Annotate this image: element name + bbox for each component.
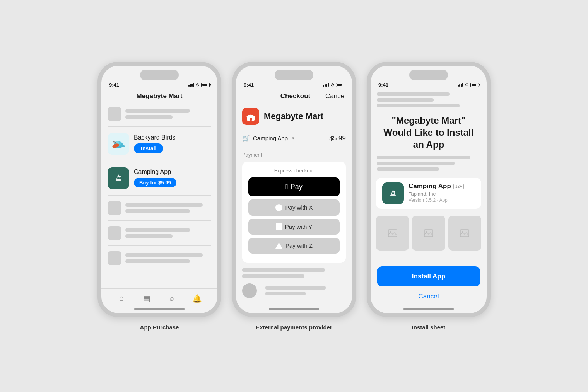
install-title: "Megabyte Mart" Would Like to Install an… (371, 109, 487, 155)
phone-inner-1: 9:41 ⊙ (101, 66, 217, 313)
product-price: $5.99 (329, 135, 346, 142)
express-label: Express checkout (248, 168, 340, 174)
placeholder-row-1 (101, 104, 217, 124)
home-indicator-3 (403, 308, 454, 310)
phone-label-2: External payments provider (256, 324, 332, 331)
cancel-install-button[interactable]: Cancel (377, 291, 480, 302)
screenshot-2 (412, 216, 445, 251)
status-time-2: 9:41 (244, 82, 254, 88)
phone-inner-2: 9:41 ⊙ (236, 66, 352, 313)
checkout-placeholders (236, 263, 352, 303)
svg-line-5 (113, 142, 116, 142)
status-bar-3: 9:41 ⊙ (371, 80, 487, 89)
wifi-icon-2: ⊙ (330, 82, 334, 87)
phone-inner-3: 9:41 ⊙ (371, 66, 487, 313)
age-badge: 12+ (453, 184, 464, 189)
merchant-name: Megabyte Mart (264, 111, 323, 121)
install-app-button[interactable]: Install App (377, 266, 480, 286)
battery-icon-3 (470, 83, 479, 87)
chevron-icon: ▾ (292, 136, 294, 141)
backyard-birds-info: Backyard Birds Install (134, 134, 211, 153)
tab-notifications[interactable]: 🔔 (190, 293, 205, 304)
signal-icon-2 (323, 83, 329, 87)
app-purchase-content: Megabyte Mart (101, 89, 217, 313)
pay-with-y-button[interactable]: Pay with Y (248, 219, 340, 235)
svg-point-16 (394, 191, 395, 193)
phone-app-purchase: 9:41 ⊙ (97, 62, 221, 331)
cart-icon: 🛒 (242, 135, 250, 142)
dynamic-island-2 (275, 70, 313, 80)
triangle-icon (275, 242, 282, 249)
app-row-backyard-birds: Backyard Birds Install (101, 129, 217, 159)
screenshots-row (371, 213, 487, 254)
checkout-cancel-btn[interactable]: Cancel (325, 92, 346, 100)
svg-rect-12 (250, 118, 252, 121)
circle-icon (275, 204, 282, 211)
battery-icon-2 (336, 83, 344, 87)
pay-z-label: Pay with Z (285, 242, 313, 249)
install-app-info: Camping App 12+ Tapland, Inc Version 3.5… (409, 182, 475, 203)
camping-app-name: Camping App (134, 169, 211, 176)
wifi-icon-3: ⊙ (465, 82, 469, 87)
camping-app-info: Camping App Buy for $5.99 (134, 169, 211, 187)
status-icons-1: ⊙ (188, 82, 210, 87)
tab-bar-1: ⌂ ▤ ⌕ 🔔 (101, 288, 217, 307)
status-icons-2: ⊙ (323, 82, 344, 87)
dynamic-island-3 (409, 70, 448, 80)
signal-icon-3 (458, 83, 463, 87)
apple-pay-button[interactable]:  Pay (248, 177, 340, 196)
phone-label-1: App Purchase (140, 324, 179, 331)
tab-library[interactable]: ▤ (139, 293, 155, 304)
merchant-icon (242, 108, 259, 125)
status-bar-2: 9:41 ⊙ (236, 80, 352, 89)
payment-label: Payment (242, 152, 346, 158)
svg-point-22 (462, 231, 463, 233)
battery-icon-1 (201, 83, 210, 87)
status-bar-1: 9:41 ⊙ (101, 80, 217, 89)
product-name: Camping App (253, 135, 288, 141)
phone-frame-1: 9:41 ⊙ (97, 62, 221, 317)
merchant-row: Megabyte Mart (236, 104, 352, 130)
pay-with-x-button[interactable]: Pay with X (248, 199, 340, 216)
checkout-content: Checkout Cancel Meg (236, 89, 352, 313)
placeholder-icon-1 (108, 107, 121, 121)
pay-with-z-button[interactable]: Pay with Z (248, 238, 340, 254)
camping-icon-phone3 (382, 182, 404, 204)
checkout-title: Checkout (280, 92, 310, 100)
phone-frame-2: 9:41 ⊙ (232, 62, 356, 317)
camping-icon-phone1 (108, 167, 129, 189)
hummingbird-icon (108, 133, 129, 155)
product-row: 🛒 Camping App ▾ $5.99 (236, 130, 352, 147)
placeholder-row-4 (101, 248, 217, 268)
phone-checkout: 9:41 ⊙ (232, 62, 356, 331)
home-indicator-1 (134, 308, 185, 310)
phone-frame-3: 9:41 ⊙ (367, 62, 491, 317)
install-bottom: Install App Cancel (371, 262, 487, 307)
app-row-camping: Camping App Buy for $5.99 (101, 164, 217, 193)
placeholder-row-2 (101, 198, 217, 218)
dynamic-island-1 (140, 70, 179, 80)
svg-point-15 (392, 192, 394, 194)
tab-home[interactable]: ⌂ (114, 293, 130, 304)
svg-point-9 (119, 176, 121, 177)
phones-container: 9:41 ⊙ (97, 62, 491, 331)
svg-point-20 (426, 231, 427, 233)
tab-search[interactable]: ⌕ (164, 293, 180, 304)
square-icon (276, 223, 282, 230)
wifi-icon-1: ⊙ (196, 82, 200, 87)
install-ph-mid (371, 154, 487, 174)
phone-label-3: Install sheet (412, 324, 446, 331)
install-button-backyard-birds[interactable]: Install (134, 143, 163, 153)
svg-point-18 (390, 231, 391, 233)
backyard-birds-name: Backyard Birds (134, 134, 211, 141)
placeholder-row-3 (101, 223, 217, 243)
home-indicator-2 (269, 308, 319, 310)
checkout-nav: Checkout Cancel (236, 89, 352, 104)
install-app-version: Version 3.5.2 · App (409, 198, 475, 203)
payment-section: Payment Express checkout  Pay Pay with … (236, 147, 352, 263)
apple-logo-icon:  (285, 183, 288, 191)
pay-y-label: Pay with Y (285, 223, 313, 230)
product-left: 🛒 Camping App ▾ (242, 135, 294, 142)
install-ph-top (371, 89, 487, 109)
buy-button-camping[interactable]: Buy for $5.99 (134, 178, 176, 187)
